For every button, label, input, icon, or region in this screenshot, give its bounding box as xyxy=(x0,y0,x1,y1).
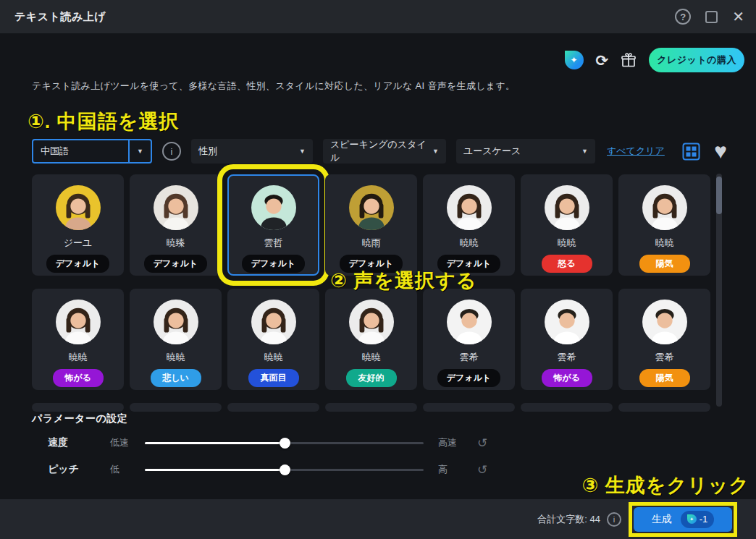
voice-card[interactable]: 雲希 陽気 xyxy=(618,289,710,390)
credits-toolbar: ✦ ⟳ クレジットの購入 xyxy=(565,46,744,74)
voice-card[interactable]: ジーユ デフォルト xyxy=(32,174,124,276)
voice-avatar xyxy=(642,185,687,230)
voice-style-badge: 怖がる xyxy=(542,369,592,387)
usecase-dropdown-label: ユースケース xyxy=(463,145,521,158)
generate-button-label: 生成 xyxy=(652,513,672,526)
speed-max-label: 高速 xyxy=(438,436,469,449)
slider-thumb[interactable] xyxy=(280,464,290,475)
voice-card[interactable]: 暁暁 友好的 xyxy=(325,289,417,390)
slider-thumb[interactable] xyxy=(280,438,290,449)
reset-undo-icon[interactable]: ↺ xyxy=(477,437,487,449)
info-icon[interactable]: i xyxy=(162,142,181,161)
voice-name: 暁暁 xyxy=(460,237,479,250)
voice-card-partial[interactable] xyxy=(130,403,222,412)
slider-fill xyxy=(145,469,285,471)
language-dropdown[interactable]: 中国語 ▼ xyxy=(32,139,152,164)
window-controls: ? ✕ xyxy=(675,9,744,25)
favorites-heart-icon[interactable]: ♥ xyxy=(714,140,727,162)
credit-cost-pill: ✦ -1 xyxy=(681,511,715,528)
info-icon[interactable]: i xyxy=(607,512,621,527)
scrollbar-thumb[interactable] xyxy=(716,177,722,214)
gender-dropdown-label: 性別 xyxy=(198,145,217,158)
voice-style-badge: 怒る xyxy=(542,255,592,273)
clear-all-link[interactable]: すべてクリア xyxy=(607,145,665,158)
voice-name: 雲希 xyxy=(558,351,576,364)
credits-droplet-icon: ✦ xyxy=(687,514,697,524)
voice-card-partial[interactable] xyxy=(521,403,613,412)
intro-text: テキスト読み上げツールを使って、多様な言語、性別、スタイルに対応した、リアルな … xyxy=(32,80,515,93)
refresh-icon[interactable]: ⟳ xyxy=(596,53,609,68)
close-icon[interactable]: ✕ xyxy=(732,9,744,24)
voice-card[interactable]: 暁臻 デフォルト xyxy=(130,174,222,276)
voice-name: 暁暁 xyxy=(167,351,185,364)
voice-name: 暁暁 xyxy=(655,237,674,250)
voice-style-badge: デフォルト xyxy=(242,255,305,273)
speed-slider[interactable] xyxy=(145,438,424,448)
credit-cost-value: -1 xyxy=(700,514,708,525)
voice-card-partial[interactable] xyxy=(423,403,515,412)
speaking-style-dropdown[interactable]: スピーキングのスタイル ▼ xyxy=(323,139,446,164)
voice-avatar xyxy=(545,300,589,344)
voice-avatar xyxy=(642,300,687,344)
app-title: テキスト読み上げ xyxy=(14,10,106,24)
generate-button[interactable]: 生成 ✦ -1 xyxy=(634,507,732,532)
voice-card-selected[interactable]: 雲哲 デフォルト xyxy=(227,174,319,276)
speed-parameter-row: 速度 低速 高速 ↺ xyxy=(32,433,724,452)
voice-style-badge: デフォルト xyxy=(46,255,109,273)
chevron-down-icon: ▼ xyxy=(427,148,439,155)
voice-name: 雲希 xyxy=(655,351,674,364)
voice-avatar xyxy=(251,185,296,230)
sparkle-icon: ✦ xyxy=(565,51,584,69)
slider-fill xyxy=(145,442,285,444)
parameters-title: パラメーターの設定 xyxy=(32,412,724,425)
voice-style-badge: 友好的 xyxy=(346,369,397,387)
voice-card[interactable]: 雲希 怖がる xyxy=(521,289,613,390)
voice-card-partial[interactable] xyxy=(227,403,319,412)
chevron-down-icon: ▼ xyxy=(128,140,151,162)
voice-style-badge: デフォルト xyxy=(144,255,207,273)
buy-credits-button[interactable]: クレジットの購入 xyxy=(649,48,744,72)
voice-card[interactable]: 暁暁 怒る xyxy=(521,174,613,276)
voice-avatar xyxy=(56,185,101,230)
voice-name: ジーユ xyxy=(64,237,93,250)
voice-card[interactable]: 暁暁 怖がる xyxy=(32,289,124,390)
annotation-step2: ② 声を選択する xyxy=(330,268,476,294)
generate-button-highlight: 生成 ✦ -1 xyxy=(629,502,737,537)
voice-avatar xyxy=(349,300,394,344)
voice-style-badge: 陽気 xyxy=(639,255,690,273)
voice-card[interactable]: 暁暁 デフォルト xyxy=(423,174,515,276)
voice-card[interactable]: 暁暁 悲しい xyxy=(130,289,222,390)
voice-name: 暁暁 xyxy=(558,237,576,250)
vertical-scrollbar[interactable] xyxy=(716,174,722,407)
tts-app-window: テキスト読み上げ ? ✕ ✦ ⟳ クレジットの購入 テキスト読み上げツールを使っ… xyxy=(0,0,756,539)
titlebar: テキスト読み上げ ? ✕ xyxy=(0,0,756,33)
help-icon[interactable]: ? xyxy=(675,9,691,25)
voice-avatar xyxy=(545,185,589,230)
voice-style-badge: 悲しい xyxy=(151,369,201,387)
voice-card[interactable]: 暁暁 真面目 xyxy=(227,289,319,390)
voice-avatar xyxy=(154,185,198,230)
maximize-icon[interactable] xyxy=(705,11,718,23)
voice-card[interactable]: 暁雨 デフォルト xyxy=(325,174,417,276)
reset-undo-icon[interactable]: ↺ xyxy=(477,464,487,476)
voice-card[interactable]: 雲希 デフォルト xyxy=(423,289,515,390)
voice-card-partial[interactable] xyxy=(325,403,417,412)
chevron-down-icon: ▼ xyxy=(293,148,306,155)
gift-icon[interactable] xyxy=(621,52,637,68)
gender-dropdown[interactable]: 性別 ▼ xyxy=(191,139,313,164)
voice-avatar xyxy=(447,300,492,344)
parameters-panel: パラメーターの設定 速度 低速 高速 ↺ ピッチ 低 高 ↺ xyxy=(32,412,724,479)
voice-card[interactable]: 暁暁 陽気 xyxy=(618,174,710,276)
filter-row: 中国語 ▼ i 性別 ▼ スピーキングのスタイル ▼ ユースケース ▼ すべてク… xyxy=(32,139,727,164)
sparkle-icon: ✦ xyxy=(687,514,697,524)
voice-card-partial[interactable] xyxy=(618,403,710,412)
pitch-slider[interactable] xyxy=(145,464,424,475)
usecase-dropdown[interactable]: ユースケース ▼ xyxy=(456,139,595,164)
voice-name: 暁暁 xyxy=(69,351,88,364)
grid-view-icon[interactable] xyxy=(682,143,700,161)
speaking-style-dropdown-label: スピーキングのスタイル xyxy=(330,138,427,164)
voice-card-partial[interactable] xyxy=(32,403,124,412)
speed-label: 速度 xyxy=(48,436,110,449)
credits-droplet-icon[interactable]: ✦ xyxy=(565,51,584,69)
voice-style-badge: 陽気 xyxy=(639,369,690,387)
